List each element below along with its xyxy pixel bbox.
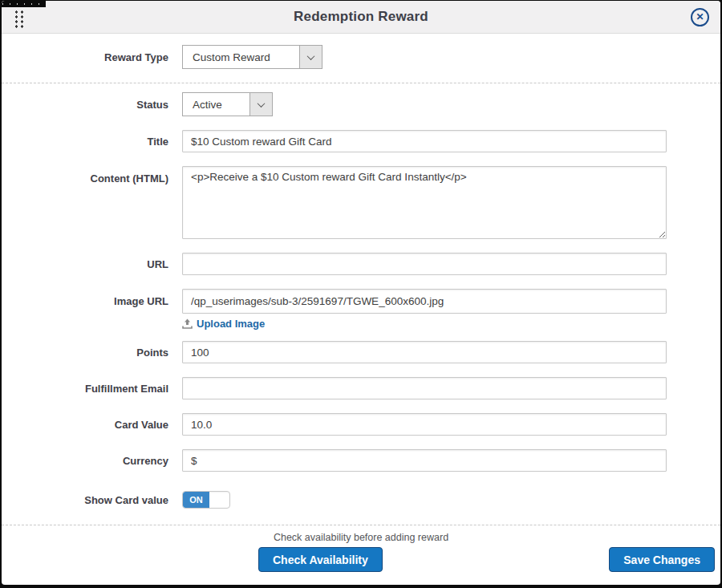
url-row: URL	[2, 253, 720, 275]
image-url-row: Image URL	[2, 289, 720, 314]
reward-type-label: Reward Type	[2, 51, 168, 63]
url-label: URL	[2, 258, 168, 270]
section-divider-top	[2, 83, 720, 83]
upload-icon	[182, 318, 193, 329]
footer-note: Check availability before adding reward	[2, 532, 720, 543]
status-label: Status	[2, 99, 168, 111]
modal-title: Redemption Reward	[294, 9, 428, 25]
show-card-value-toggle[interactable]: ON	[182, 491, 230, 509]
modal-body: Reward Type Custom Reward Status Active …	[2, 34, 720, 509]
upload-image-row: Upload Image	[182, 318, 720, 330]
currency-input[interactable]	[182, 449, 667, 472]
title-label: Title	[2, 136, 168, 148]
fulfillment-email-label: Fulfillment Email	[2, 383, 168, 395]
show-card-value-label: Show Card value	[2, 494, 168, 506]
drag-handle-icon[interactable]	[14, 10, 24, 28]
points-row: Points	[2, 341, 720, 363]
url-input[interactable]	[182, 253, 667, 275]
redemption-reward-modal: Redemption Reward ✕ Reward Type Custom R…	[2, 1, 720, 585]
title-input[interactable]	[182, 130, 667, 152]
title-row: Title	[2, 130, 720, 152]
reward-type-value: Custom Reward	[183, 46, 299, 68]
card-value-input[interactable]	[182, 413, 667, 436]
toggle-on-state: ON	[183, 492, 209, 508]
fulfillment-email-row: Fulfillment Email	[2, 377, 720, 399]
image-url-input[interactable]	[182, 289, 667, 314]
currency-label: Currency	[2, 455, 168, 467]
points-input[interactable]	[182, 341, 667, 363]
content-html-row: Content (HTML) <p>Receive a $10 Custom r…	[2, 166, 720, 239]
content-html-label: Content (HTML)	[2, 172, 168, 185]
status-value: Active	[183, 93, 249, 116]
show-card-value-row: Show Card value ON	[2, 491, 720, 509]
upload-image-link[interactable]: Upload Image	[197, 318, 265, 330]
backdrop-notch	[2, 1, 46, 7]
content-html-textarea[interactable]: <p>Receive a $10 Custom reward Gift Card…	[182, 166, 667, 239]
check-availability-button[interactable]: Check Availability	[258, 547, 383, 572]
status-select[interactable]: Active	[182, 92, 273, 116]
save-changes-button[interactable]: Save Changes	[609, 547, 715, 572]
card-value-row: Card Value	[2, 413, 720, 436]
modal-footer: Check availability before adding reward …	[2, 525, 720, 582]
modal-header: Redemption Reward ✕	[2, 1, 720, 34]
chevron-down-icon	[299, 46, 322, 68]
image-url-label: Image URL	[2, 295, 168, 307]
card-value-label: Card Value	[2, 419, 168, 431]
fulfillment-email-input[interactable]	[182, 377, 667, 399]
chevron-down-icon	[249, 93, 272, 116]
status-row: Status Active	[2, 92, 720, 116]
close-icon[interactable]: ✕	[691, 8, 709, 26]
reward-type-select[interactable]: Custom Reward	[182, 45, 322, 69]
points-label: Points	[2, 347, 168, 359]
reward-type-row: Reward Type Custom Reward	[2, 45, 720, 69]
currency-row: Currency	[2, 449, 720, 472]
